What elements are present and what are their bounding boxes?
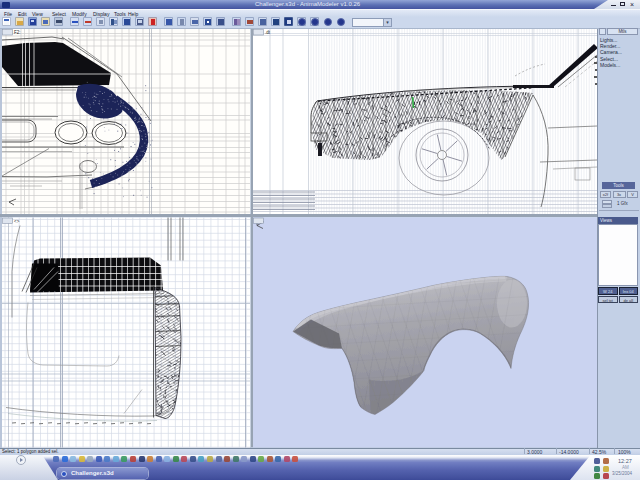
svg-text:.dt: .dt [265, 30, 271, 35]
svg-text:<>: <> [14, 218, 20, 223]
svg-text:F2:: F2: [14, 30, 21, 35]
